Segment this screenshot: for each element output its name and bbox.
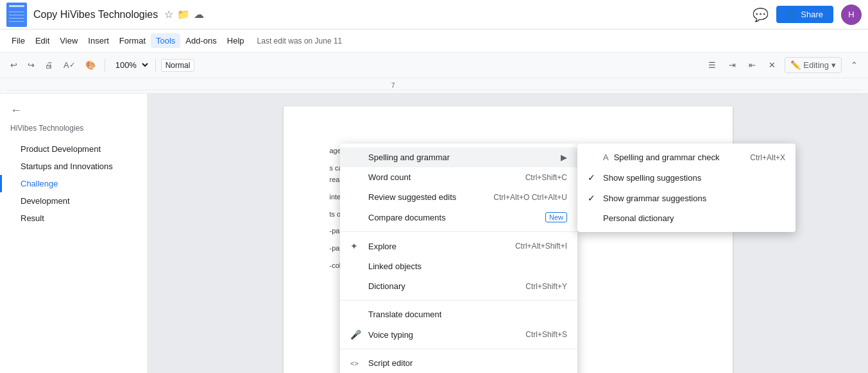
submenu-show-spelling-label: Show spelling suggestions (603, 173, 701, 183)
doc-title: Copy HiVibes Technologies (33, 9, 158, 21)
menu-format[interactable]: Format (114, 33, 151, 48)
redo-button[interactable]: ↪ (24, 58, 38, 72)
collapse-button[interactable]: ⌃ (847, 58, 862, 72)
sidebar-item-development[interactable]: Development (0, 192, 147, 210)
tools-script-editor[interactable]: <> Script editor (340, 353, 577, 373)
menu-insert[interactable]: Insert (83, 33, 114, 48)
share-label: Share (801, 10, 823, 19)
tools-compare-label: Compare documents (368, 213, 446, 222)
editing-chevron-icon: ▾ (831, 60, 836, 70)
tools-spelling-label: Spelling and grammar (368, 153, 450, 162)
document-area[interactable]: ages of a glass wall and floor so that l… (148, 94, 868, 373)
menu-help[interactable]: Help (222, 33, 250, 48)
comments-button[interactable]: 💬 (753, 7, 769, 22)
sidebar-item-startups[interactable]: Startups and Innovations (0, 158, 147, 175)
outdent-button[interactable]: ⇤ (745, 58, 760, 72)
menu-view[interactable]: View (55, 33, 83, 48)
avatar[interactable]: H (841, 4, 862, 25)
back-arrow-icon: ← (10, 104, 22, 117)
submenu-personal-dict-label: Personal dictionary (603, 213, 674, 223)
sidebar-item-product-development[interactable]: Product Development (0, 140, 147, 158)
share-button[interactable]: 👤 Share (776, 6, 833, 23)
menu-addons[interactable]: Add-ons (180, 33, 221, 48)
explore-icon: ✦ (350, 241, 363, 251)
tools-word-count-shortcut: Ctrl+Shift+C (525, 173, 567, 182)
tools-dictionary[interactable]: Dictionary Ctrl+Shift+Y (340, 276, 577, 296)
tools-word-count[interactable]: Word count Ctrl+Shift+C (340, 167, 577, 187)
submenu-personal-dict[interactable]: Personal dictionary (577, 208, 796, 228)
tools-review-shortcut: Ctrl+Alt+O Ctrl+Alt+U (493, 193, 567, 202)
indent-button[interactable]: ⇥ (725, 58, 740, 72)
editing-label: Editing (803, 60, 829, 70)
tools-voice-label: Voice typing (368, 330, 413, 340)
sidebar: ← HiVibes Technologies Product Developme… (0, 94, 148, 373)
tools-explore-shortcut: Ctrl+Alt+Shift+I (515, 242, 567, 251)
tools-review-edits[interactable]: Review suggested edits Ctrl+Alt+O Ctrl+A… (340, 187, 577, 207)
tools-separator-2 (340, 300, 577, 301)
doc-icon (6, 3, 27, 27)
sidebar-item-label: Result (21, 213, 44, 223)
main-area: ← HiVibes Technologies Product Developme… (0, 94, 868, 373)
undo-button[interactable]: ↩ (6, 58, 21, 72)
tools-script-label: Script editor (368, 358, 413, 368)
submenu-show-grammar[interactable]: ✓ Show grammar suggestions (577, 188, 796, 208)
tools-spelling-grammar[interactable]: Spelling and grammar ▶ (340, 147, 577, 167)
spelling-check-icon: ✓ (588, 172, 600, 183)
tools-review-label: Review suggested edits (368, 192, 456, 202)
spelling-submenu: A Spelling and grammar check Ctrl+Alt+X … (577, 144, 796, 232)
new-badge: New (545, 212, 567, 222)
tools-menu: Spelling and grammar ▶ Word count Ctrl+S… (340, 144, 577, 373)
menu-file[interactable]: File (6, 33, 30, 48)
submenu-spell-check-label: Spelling and grammar check (614, 153, 720, 162)
sidebar-item-label: Product Development (21, 144, 101, 154)
tools-word-count-label: Word count (368, 172, 411, 182)
toolbar-separator-1 (105, 59, 105, 72)
editing-mode-button[interactable]: ✏️ Editing ▾ (785, 57, 842, 73)
tools-explore-label: Explore (368, 242, 396, 251)
sidebar-active-indicator (0, 179, 2, 189)
menu-bar: File Edit View Insert Format Tools Add-o… (0, 29, 868, 53)
toolbar-separator-2 (155, 59, 156, 72)
clear-format-button[interactable]: ✕ (765, 58, 779, 72)
sidebar-doc-title: HiVibes Technologies (0, 121, 147, 140)
tools-separator-1 (340, 231, 577, 232)
tools-translate[interactable]: Translate document (340, 304, 577, 324)
zoom-select[interactable]: 100% 75% 125% (110, 58, 150, 72)
ruler: 7 (0, 78, 868, 94)
tools-explore[interactable]: ✦ Explore Ctrl+Alt+Shift+I (340, 236, 577, 256)
grammar-check-icon: ✓ (588, 193, 600, 203)
list-button[interactable]: ☰ (704, 58, 720, 72)
submenu-show-spelling[interactable]: ✓ Show spelling suggestions (577, 167, 796, 188)
tools-linked-label: Linked objects (368, 261, 421, 271)
sidebar-item-challenge[interactable]: Challenge (0, 175, 147, 192)
paint-format-button[interactable]: 🎨 (81, 58, 99, 72)
ruler-svg: 7 (6, 81, 862, 90)
menu-edit[interactable]: Edit (30, 33, 55, 48)
tools-dictionary-label: Dictionary (368, 281, 405, 291)
tools-compare-docs[interactable]: Compare documents New (340, 207, 577, 228)
top-bar: Copy HiVibes Technologies ☆ 📁 ☁ 💬 👤 Shar… (0, 0, 868, 29)
tools-translate-label: Translate document (368, 310, 441, 319)
spell-check-button[interactable]: A✓ (60, 58, 79, 72)
tools-voice-typing[interactable]: 🎤 Voice typing Ctrl+Shift+S (340, 324, 577, 345)
tools-separator-3 (340, 349, 577, 349)
tools-linked-objects[interactable]: Linked objects (340, 256, 577, 276)
submenu-spell-check-icon: A (603, 153, 609, 162)
tools-dictionary-shortcut: Ctrl+Shift+Y (525, 282, 567, 291)
editing-pencil-icon: ✏️ (790, 60, 801, 70)
last-edit-label: Last edit was on June 11 (257, 37, 343, 46)
svg-text:7: 7 (391, 82, 395, 89)
submenu-show-grammar-label: Show grammar suggestions (603, 194, 706, 203)
menu-tools[interactable]: Tools (151, 33, 180, 48)
submenu-spell-check[interactable]: A Spelling and grammar check Ctrl+Alt+X (577, 147, 796, 167)
sidebar-item-result[interactable]: Result (0, 210, 147, 227)
sidebar-item-label: Development (21, 196, 70, 206)
print-button[interactable]: 🖨 (41, 58, 57, 72)
star-icon[interactable]: ☆ (164, 8, 173, 21)
sidebar-back-button[interactable]: ← (0, 100, 147, 121)
mic-icon: 🎤 (350, 329, 363, 340)
cloud-icon[interactable]: ☁ (194, 8, 204, 21)
share-icon: 👤 (787, 10, 797, 19)
folder-icon[interactable]: 📁 (177, 8, 190, 21)
style-select[interactable]: Normal (161, 59, 195, 72)
